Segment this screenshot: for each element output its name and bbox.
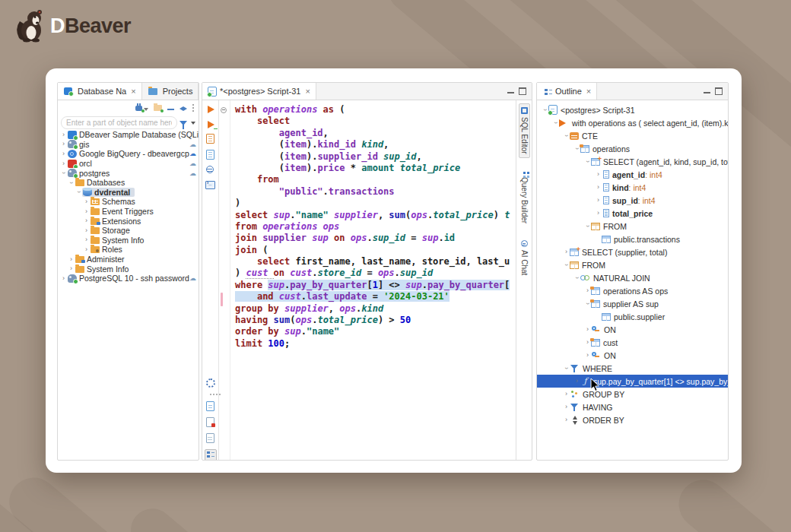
more-options-icon[interactable]: [192, 104, 194, 106]
side-tab-ai-chat[interactable]: AI Chat: [519, 237, 529, 278]
chevron-icon[interactable]: ›: [584, 223, 591, 230]
chevron-icon[interactable]: ›: [83, 198, 90, 205]
ai-settings-icon[interactable]: [206, 166, 215, 175]
chevron-icon[interactable]: ›: [75, 188, 82, 195]
outline-item-order-by[interactable]: ›ORDER BY: [537, 413, 728, 426]
outline-item--postgres-script-31[interactable]: ›<postgres> Script-31: [537, 103, 728, 116]
chevron-icon[interactable]: ›: [60, 131, 67, 138]
chevron-icon[interactable]: ›: [83, 236, 90, 243]
collapse-all-button[interactable]: [167, 109, 174, 110]
chevron-icon[interactable]: ›: [595, 171, 602, 178]
execute-new-tab-icon[interactable]: [206, 120, 215, 129]
tree-item-dvdrental[interactable]: ›dvdrental: [58, 188, 199, 198]
outline-item-having[interactable]: ›HAVING: [537, 401, 728, 413]
tree-item-schemas[interactable]: ›Schemas: [58, 197, 199, 207]
overflow-dots-icon[interactable]: [210, 394, 211, 395]
execute-script-icon[interactable]: [206, 134, 214, 144]
outline-item-from[interactable]: ›FROM: [537, 220, 728, 233]
outline-item-public-transactions[interactable]: public.transactions: [537, 233, 728, 245]
chevron-icon[interactable]: ›: [573, 378, 580, 385]
explain-plan-icon[interactable]: [206, 150, 214, 160]
close-icon[interactable]: ×: [131, 87, 135, 96]
outline-item-sup-id[interactable]: ›sup_id : int4: [537, 194, 728, 207]
side-tab-sql-editor[interactable]: SQL Editor: [519, 103, 530, 158]
tree-item-system-info[interactable]: ›System Info: [58, 236, 199, 245]
tree-item-administer[interactable]: ›Administer: [58, 255, 199, 264]
fold-collapse-icon[interactable]: [221, 107, 227, 113]
chevron-icon[interactable]: ›: [563, 391, 570, 397]
chevron-icon[interactable]: ›: [60, 150, 67, 157]
outline-item-on[interactable]: ›ON: [537, 323, 728, 336]
maximize-icon[interactable]: [715, 87, 723, 95]
link-with-editor-button[interactable]: [179, 106, 187, 111]
chevron-icon[interactable]: ›: [552, 119, 559, 126]
chevron-icon[interactable]: ›: [563, 249, 570, 255]
chevron-icon[interactable]: ›: [83, 227, 90, 234]
tab-database-navigator[interactable]: Database Na ×: [58, 83, 142, 100]
tree-item-event-triggers[interactable]: ›Event Triggers: [58, 207, 199, 217]
chevron-icon[interactable]: ›: [68, 265, 75, 272]
tree-item-databases[interactable]: ›Databases: [58, 178, 199, 188]
outline-item-from[interactable]: ›FROM: [537, 258, 728, 271]
outline-item-with-operations-as-select-agent-id-item-[interactable]: ›with operations as ( select agent_id, (…: [537, 116, 728, 129]
tab-outline[interactable]: Outline ×: [537, 83, 597, 100]
outline-item-supplier-as-sup[interactable]: ›supplier AS sup: [537, 297, 728, 310]
chevron-icon[interactable]: ›: [60, 160, 67, 167]
save-file-icon[interactable]: [206, 401, 214, 411]
chevron-icon[interactable]: ›: [563, 416, 570, 423]
chevron-icon[interactable]: ›: [68, 256, 75, 263]
outline-item-on[interactable]: ›ON: [537, 349, 728, 362]
tree-item-extensions[interactable]: ›Extensions: [58, 216, 199, 226]
unsaved-doc-icon[interactable]: [206, 417, 214, 427]
tree-item-postgres[interactable]: ›postgres☁: [58, 168, 199, 178]
outline-item-select-agent-id-kind-sup-id-total-price-[interactable]: ›+SELECT (agent_id, kind, sup_id, total_…: [537, 155, 728, 168]
side-tab-query-builder[interactable]: Query Builder: [519, 169, 529, 226]
outline-item-cust[interactable]: ›cust: [537, 336, 728, 349]
chevron-icon[interactable]: ›: [595, 197, 602, 204]
outline-item-sup-pay-by-quarter-1-sup-pay-by-quarte[interactable]: ›ƒsup.pay_by_quarter[1] <> sup.pay_by_qu…: [537, 375, 728, 388]
new-connection-button[interactable]: [135, 104, 148, 112]
outline-item-where[interactable]: ›WHERE: [537, 362, 728, 375]
edit-doc-icon[interactable]: [206, 433, 214, 443]
tab-projects[interactable]: Projects: [142, 83, 199, 100]
chevron-icon[interactable]: ›: [584, 326, 591, 333]
outline-view-icon[interactable]: [205, 449, 217, 461]
outline-item-select-supplier-total-[interactable]: ›+SELECT (supplier, total): [537, 245, 728, 258]
tree-item-gis[interactable]: ›gis☁: [58, 140, 199, 150]
chevron-icon[interactable]: ›: [60, 275, 67, 282]
chevron-icon[interactable]: ›: [595, 184, 602, 191]
chevron-icon[interactable]: ›: [563, 261, 570, 268]
close-icon[interactable]: ×: [305, 87, 310, 96]
object-filter-input[interactable]: [61, 116, 177, 129]
outline-item-agent-id[interactable]: ›agent_id : int4: [537, 168, 728, 181]
tree-item-dbeaver-sample-database-sqlite-[interactable]: ›DBeaver Sample Database (SQLite): [58, 130, 199, 140]
maximize-icon[interactable]: [519, 87, 526, 95]
minimize-icon[interactable]: [704, 90, 710, 93]
outline-item-operations-as-ops[interactable]: ›operations AS ops: [537, 284, 728, 297]
chevron-icon[interactable]: ›: [60, 169, 67, 176]
tree-item-system-info[interactable]: ›System Info: [58, 264, 199, 274]
tree-item-google-bigquery-dbeavergcp[interactable]: ›Google BigQuery - dbeavergcp☁: [58, 149, 199, 159]
chevron-icon[interactable]: ›: [573, 274, 580, 281]
chevron-down-icon[interactable]: [191, 122, 195, 125]
tree-item-roles[interactable]: ›Roles: [58, 245, 199, 255]
tree-item-storage[interactable]: ›Storage: [58, 226, 199, 236]
new-folder-button[interactable]: [154, 105, 162, 111]
execute-statement-icon[interactable]: [206, 105, 215, 114]
outline-item-natural-join[interactable]: ›NATURAL JOIN: [537, 271, 728, 284]
chevron-icon[interactable]: ›: [595, 210, 602, 217]
filter-funnel-icon[interactable]: [179, 121, 187, 125]
chevron-icon[interactable]: ›: [584, 352, 591, 359]
chevron-icon[interactable]: ›: [60, 141, 67, 147]
chevron-icon[interactable]: ›: [83, 208, 90, 215]
close-icon[interactable]: ×: [586, 87, 591, 96]
minimize-icon[interactable]: [507, 90, 514, 93]
tree-item-postgresql-10-ssh-password[interactable]: ›PostgreSQL 10 - ssh password☁: [58, 274, 199, 283]
chevron-icon[interactable]: ›: [563, 132, 570, 139]
tree-item-orcl[interactable]: ›orcl☁: [58, 159, 199, 169]
outline-item-group-by[interactable]: ›GROUP BY: [537, 388, 728, 401]
outline-item-cte[interactable]: ›CTE: [537, 129, 728, 142]
chevron-icon[interactable]: ›: [68, 179, 75, 186]
open-sql-console-icon[interactable]: [205, 181, 215, 189]
sql-code-area[interactable]: with operations as ( select agent_id, (i…: [230, 100, 516, 461]
